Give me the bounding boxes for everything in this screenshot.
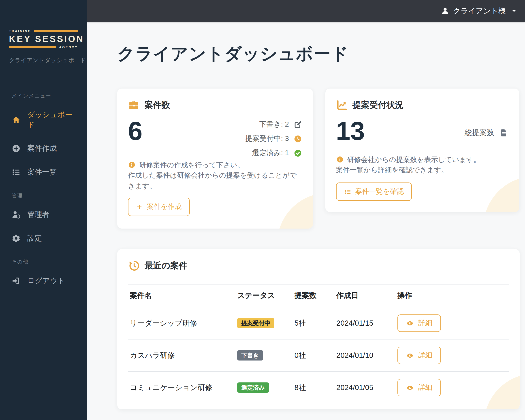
page-title: クライアントダッシュボード: [117, 43, 519, 65]
sidebar-item-settings[interactable]: 設定: [0, 228, 87, 249]
sidebar-nav: メインメニュー ダッシュボード 案件作成 案件一覧 管理 管理者 設定: [0, 80, 87, 291]
key-session-logo: TRAINING KEY SESSION AGENCY: [9, 29, 78, 49]
recent-cases-card: 最近の案件 案件名 ステータス 提案数 作成日 操作 リーダーシップ研修 提案受…: [117, 249, 520, 409]
sidebar-item-label: 設定: [27, 234, 42, 243]
caret-down-icon: [511, 8, 517, 14]
stat-cards-row: 案件数 6 下書き: 2 提案受付中: 3 選定: [117, 89, 519, 228]
recent-cases-title: 最近の案件: [145, 260, 187, 272]
logo-training-text: TRAINING: [9, 29, 31, 33]
nav-section-admin: 管理: [12, 192, 75, 199]
status-badge: 選定済み: [237, 383, 269, 393]
case-name: カスハラ研修: [128, 339, 235, 372]
stat-draft: 下書き: 2: [245, 120, 302, 129]
list-icon: [344, 188, 351, 195]
cases-card-title: 案件数: [145, 99, 170, 111]
table-row: コミュニケーション研修 選定済み 8社 2024/01/05 詳細: [128, 372, 509, 403]
created-date: 2024/01/10: [334, 339, 394, 372]
sidebar-item-logout[interactable]: ログアウト: [0, 271, 87, 291]
proposals-count: 13: [336, 116, 365, 146]
created-date: 2024/01/05: [334, 372, 394, 403]
create-case-button[interactable]: 案件を作成: [128, 198, 190, 216]
eye-icon: [406, 383, 414, 392]
case-name: リーダーシップ研修: [128, 307, 235, 339]
stat-selected: 選定済み: 1: [245, 148, 302, 158]
sidebar: TRAINING KEY SESSION AGENCY クライアントダッシュボー…: [0, 0, 87, 420]
history-icon: [128, 260, 140, 272]
proposal-count: 0社: [292, 339, 334, 372]
table-row: リーダーシップ研修 提案受付中 5社 2024/01/15 詳細: [128, 307, 509, 339]
plus-circle-icon: [12, 144, 21, 153]
eye-icon: [406, 351, 414, 359]
view-case-list-button[interactable]: 案件一覧を確認: [336, 183, 412, 201]
cases-card: 案件数 6 下書き: 2 提案受付中: 3 選定: [117, 89, 313, 228]
detail-button[interactable]: 詳細: [397, 379, 441, 396]
cases-count: 6: [128, 116, 142, 158]
total-proposals: 総提案数: [465, 116, 508, 146]
sign-out-icon: [12, 276, 21, 285]
table-header-row: 案件名 ステータス 提案数 作成日 操作: [128, 284, 509, 307]
brand: TRAINING KEY SESSION AGENCY クライアントダッシュボー…: [0, 0, 87, 80]
topbar: クライアント様: [87, 0, 525, 22]
gear-icon: [12, 234, 21, 243]
cases-breakdown: 下書き: 2 提案受付中: 3 選定済み: 1: [245, 116, 302, 158]
created-date: 2024/01/15: [334, 307, 394, 339]
nav-section-main-menu: メインメニュー: [12, 92, 75, 99]
case-name: コミュニケーション研修: [128, 372, 235, 403]
sidebar-item-label: ログアウト: [27, 276, 65, 286]
logo-name-text: KEY SESSION: [9, 34, 78, 44]
info-circle-icon: [336, 155, 344, 163]
proposals-info: 研修会社からの提案数を表示しています。 案件一覧から詳細を確認できます。: [336, 154, 508, 175]
check-circle-icon: [293, 149, 302, 157]
home-icon: [12, 115, 21, 124]
logo-bar-bottom: [9, 46, 56, 48]
sidebar-item-create-case[interactable]: 案件作成: [0, 138, 87, 159]
stat-accepting: 提案受付中: 3: [245, 134, 302, 144]
chart-line-icon: [336, 99, 347, 111]
column-header-date: 作成日: [334, 284, 394, 307]
sidebar-item-label: 管理者: [27, 210, 49, 220]
brand-subtitle: クライアントダッシュボード: [9, 57, 78, 64]
recent-cases-table: 案件名 ステータス 提案数 作成日 操作 リーダーシップ研修 提案受付中 5社 …: [128, 284, 509, 403]
sidebar-item-label: 案件一覧: [27, 167, 57, 177]
logo-bar-top: [34, 30, 78, 32]
detail-button[interactable]: 詳細: [397, 314, 441, 332]
table-row: カスハラ研修 下書き 0社 2024/01/10 詳細: [128, 339, 509, 372]
status-badge: 提案受付中: [237, 318, 275, 328]
proposals-card-title: 提案受付状況: [352, 99, 403, 111]
logo-agency-text: AGENCY: [59, 46, 78, 49]
clock-icon: [293, 135, 302, 143]
list-icon: [12, 168, 21, 177]
main-content: クライアントダッシュボード 案件数 6 下書き: 2 提: [87, 22, 525, 420]
eye-icon: [406, 319, 414, 327]
proposal-count: 8社: [292, 372, 334, 403]
file-lines-icon: [499, 128, 508, 137]
app-root: TRAINING KEY SESSION AGENCY クライアントダッシュボー…: [0, 0, 525, 420]
briefcase-icon: [128, 99, 140, 111]
user-icon: [441, 7, 449, 15]
plus-icon: [136, 203, 143, 210]
column-header-name: 案件名: [128, 284, 235, 307]
nav-section-other: その他: [12, 258, 75, 265]
sidebar-item-dashboard[interactable]: ダッシュボード: [0, 105, 87, 135]
info-circle-icon: [128, 161, 136, 169]
user-shield-icon: [12, 210, 21, 219]
sidebar-item-case-list[interactable]: 案件一覧: [0, 162, 87, 183]
sidebar-item-admin[interactable]: 管理者: [0, 204, 87, 225]
sidebar-item-label: 案件作成: [27, 144, 57, 153]
proposal-count: 5社: [292, 307, 334, 339]
proposals-card: 提案受付状況 13 総提案数 研修会社からの提案数を表示しています。 案件一覧か…: [325, 89, 519, 212]
detail-button[interactable]: 詳細: [397, 347, 441, 364]
edit-icon: [293, 120, 302, 129]
cases-info: 研修案件の作成を行って下さい。 作成した案件は研修会社からの提案を受けることがで…: [128, 160, 302, 191]
sidebar-item-label: ダッシュボード: [27, 110, 75, 130]
column-header-proposals: 提案数: [292, 284, 334, 307]
status-badge: 下書き: [237, 350, 263, 361]
user-menu[interactable]: クライアント様: [441, 6, 517, 16]
column-header-actions: 操作: [394, 284, 509, 307]
column-header-status: ステータス: [235, 284, 292, 307]
user-label: クライアント様: [453, 6, 506, 16]
